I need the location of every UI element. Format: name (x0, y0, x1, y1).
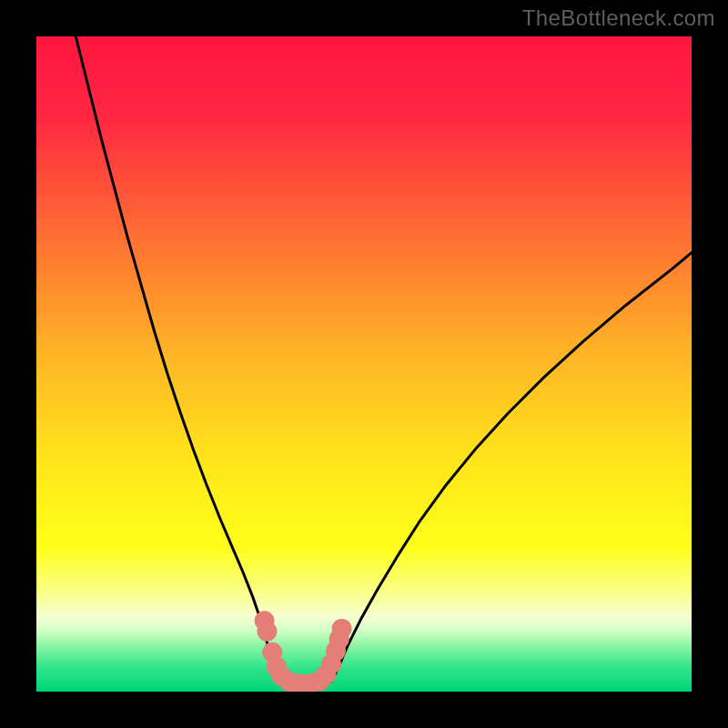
chart-frame: TheBottleneck.com (0, 0, 728, 728)
curve-left-curve (76, 36, 276, 682)
marker-valley-markers (257, 622, 277, 642)
marker-valley-markers (332, 619, 352, 639)
plot-area (36, 36, 692, 692)
curves-layer (36, 36, 692, 692)
watermark-text: TheBottleneck.com (522, 5, 715, 31)
curve-right-curve (331, 253, 692, 682)
